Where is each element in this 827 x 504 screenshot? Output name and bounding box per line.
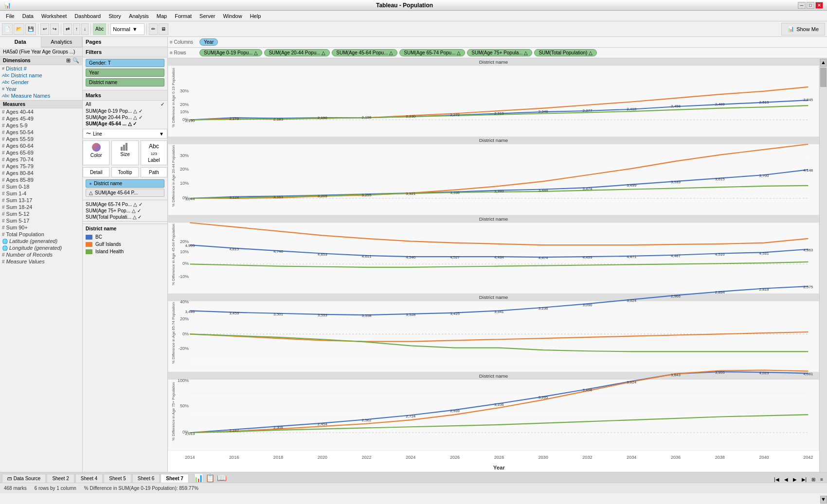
undo-button[interactable]: ↩ (40, 23, 49, 35)
menu-window[interactable]: Window (219, 12, 246, 20)
filter-district-name[interactable]: District name (86, 78, 164, 87)
tab-sheet7[interactable]: Sheet 7 (161, 474, 189, 483)
screen-button[interactable]: 🖥 (159, 23, 168, 35)
tab-data-source[interactable]: 🗃 Data Source (2, 474, 46, 483)
scrollbar-thumb[interactable] (820, 68, 827, 87)
menu-worksheet[interactable]: Worksheet (37, 12, 71, 20)
measure-ages-75-79[interactable]: # Ages 75-79 (0, 163, 82, 170)
marks-extra-row-3[interactable]: SUM(Total Populati... △ ✓ (86, 214, 164, 220)
color-control[interactable]: Color (83, 140, 109, 165)
search-icon[interactable]: 🔍 (72, 57, 79, 64)
nav-prev-button[interactable]: ◀ (782, 476, 790, 483)
show-me-button[interactable]: 📊 Show Me (781, 23, 825, 35)
measure-longitude[interactable]: 🌐 Longitude (generated) (0, 244, 82, 251)
maximize-button[interactable]: □ (807, 2, 814, 9)
size-control[interactable]: Size (111, 140, 138, 165)
dim-year[interactable]: # Year (0, 86, 82, 92)
measure-num-records[interactable]: # Number of Records (0, 251, 82, 258)
measure-sum-90-plus[interactable]: # Sum 90+ (0, 224, 82, 231)
menu-file[interactable]: File (2, 12, 18, 20)
marks-row-3[interactable]: SUM(Age 45-64 ... △ ✓ (83, 121, 167, 127)
measure-latitude[interactable]: 🌐 Latitude (generated) (0, 238, 82, 244)
measure-sum-5-12[interactable]: # Sum 5-12 (0, 210, 82, 217)
measure-sum-5-17[interactable]: # Sum 5-17 (0, 217, 82, 224)
new-workbook-button[interactable]: 📄 (2, 23, 13, 35)
menu-format[interactable]: Format (171, 12, 196, 20)
menu-map[interactable]: Map (153, 12, 171, 20)
datasource-label[interactable]: HA5a0 (Five Year Age Groups ...) (0, 48, 82, 56)
sum-tag[interactable]: △ SUM(Age 45-64 P... (86, 189, 164, 197)
district-name-tag[interactable]: ● District name (86, 179, 164, 188)
measure-ages-55-59[interactable]: # Ages 55-59 (0, 136, 82, 142)
menu-story[interactable]: Story (105, 12, 125, 20)
save-button[interactable]: 💾 (25, 23, 36, 35)
measure-total-population[interactable]: # Total Population (0, 231, 82, 238)
measure-ages-65-69[interactable]: # Ages 65-69 (0, 149, 82, 156)
normal-dropdown[interactable]: Normal ▼ (110, 23, 144, 35)
scrollbar-up-button[interactable]: ▲ (820, 59, 827, 67)
measure-sum-1-4[interactable]: # Sum 1-4 (0, 190, 82, 197)
measure-ages-85-89[interactable]: # Ages 85-89 (0, 176, 82, 183)
new-sheet-icon[interactable]: 📊 (194, 473, 203, 483)
tab-analytics[interactable]: Analytics (41, 37, 83, 48)
tab-data[interactable]: Data (0, 37, 41, 48)
tab-sheet5[interactable]: Sheet 5 (104, 474, 131, 483)
new-dashboard-icon[interactable]: 📋 (205, 473, 215, 483)
menu-data[interactable]: Data (18, 12, 37, 20)
marks-row-1[interactable]: SUM(Age 0-19 Pop... △ ✓ (83, 108, 167, 114)
menu-analysis[interactable]: Analysis (125, 12, 153, 20)
chart-panels-container[interactable]: District name District name District nam… (168, 58, 819, 472)
measure-ages-40-44[interactable]: # Ages 40-44 (0, 108, 82, 115)
measure-sum-0-18[interactable]: # Sum 0-18 (0, 183, 82, 190)
marks-extra-row-1[interactable]: SUM(Age 65-74 Po... △ ✓ (86, 201, 164, 208)
legend-gulf-islands[interactable]: Gulf Islands (86, 241, 164, 248)
menu-help[interactable]: Help (246, 12, 265, 20)
nav-last-button[interactable]: ▶| (800, 476, 809, 483)
nav-first-button[interactable]: |◀ (772, 476, 781, 483)
rows-pill-4[interactable]: SUM(Age 65-74 Popu... △ (399, 49, 465, 56)
dim-gender[interactable]: Abc Gender (0, 79, 82, 86)
open-button[interactable]: 📂 (14, 23, 24, 35)
legend-island-health[interactable]: Island Health (86, 248, 164, 255)
filter-year[interactable]: Year (86, 69, 164, 77)
measure-ages-45-49[interactable]: # Ages 45-49 (0, 115, 82, 122)
chart-scrollbar-v[interactable]: ▲ ▼ (819, 58, 827, 472)
rows-pill-5[interactable]: SUM(Age 75+ Popula... △ (467, 49, 532, 56)
dim-district-hash[interactable]: # District # (0, 65, 82, 72)
dim-district-name[interactable]: Abc District name (0, 72, 82, 79)
path-control[interactable]: Path (141, 167, 167, 177)
rows-pill-2[interactable]: SUM(Age 20-44 Popu... △ (264, 49, 330, 56)
nav-grid-button[interactable]: ⊞ (809, 476, 817, 483)
redo-button[interactable]: ↪ (50, 23, 59, 35)
columns-year-pill[interactable]: Year (199, 38, 218, 46)
sort-asc-button[interactable]: ↑ (73, 23, 80, 35)
new-story-icon[interactable]: 📖 (217, 473, 227, 483)
filter-gender[interactable]: Gender: T (86, 59, 164, 67)
rows-pill-3[interactable]: SUM(Age 45-64 Popu... △ (332, 49, 397, 56)
text-button[interactable]: Abc (93, 23, 106, 35)
legend-bc[interactable]: BC (86, 233, 164, 241)
marks-extra-row-2[interactable]: SUM(Age 75+ Pop... △ ✓ (86, 208, 164, 214)
detail-control[interactable]: Detail (83, 167, 109, 177)
close-button[interactable]: ✕ (815, 2, 823, 9)
menu-server[interactable]: Server (196, 12, 219, 20)
edit-button[interactable]: ✏ (149, 23, 158, 35)
mark-type-dropdown[interactable]: 〜 Line ▼ (83, 129, 167, 139)
measure-ages-50-54[interactable]: # Ages 50-54 (0, 129, 82, 136)
dim-measure-names[interactable]: Abc Measure Names (0, 92, 82, 99)
sort-desc-button[interactable]: ↓ (81, 23, 89, 35)
measure-ages-60-64[interactable]: # Ages 60-64 (0, 142, 82, 149)
tab-sheet2[interactable]: Sheet 2 (47, 474, 74, 483)
measure-ages-80-84[interactable]: # Ages 80-84 (0, 170, 82, 176)
marks-row-2[interactable]: SUM(Age 20-44 Po... △ ✓ (83, 114, 167, 121)
measure-measure-values[interactable]: # Measure Values (0, 258, 82, 265)
minimize-button[interactable]: ─ (798, 2, 806, 9)
measure-ages-5-9[interactable]: # Ages 5-9 (0, 122, 82, 129)
measure-sum-13-17[interactable]: # Sum 13-17 (0, 197, 82, 204)
measure-ages-70-74[interactable]: # Ages 70-74 (0, 156, 82, 163)
label-control[interactable]: Abc123 Label (141, 140, 167, 165)
nav-next-button[interactable]: ▶ (791, 476, 799, 483)
rows-pill-1[interactable]: SUM(Age 0-19 Popu... △ (199, 49, 262, 56)
grid-icon[interactable]: ⊞ (66, 57, 71, 64)
rows-pill-6[interactable]: SUM(Total Population) △ (534, 49, 597, 56)
